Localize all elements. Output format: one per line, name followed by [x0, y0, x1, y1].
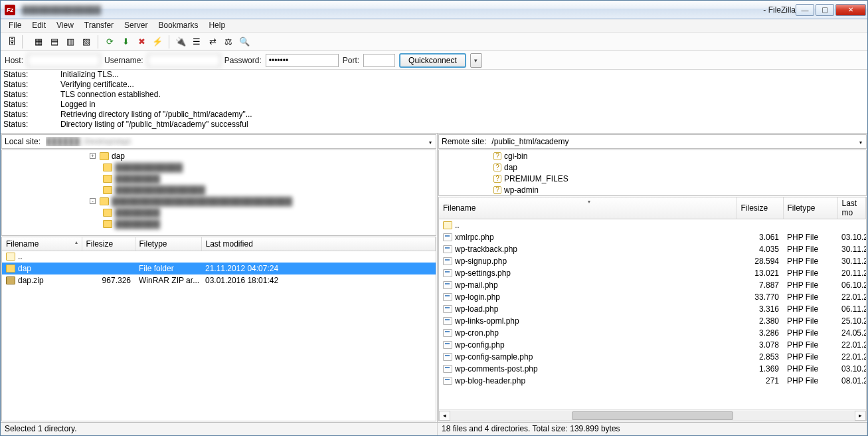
minimize-button[interactable]: —: [796, 4, 814, 16]
menu-bookmarks[interactable]: Bookmarks: [153, 19, 203, 32]
php-icon: [443, 317, 452, 325]
remote-col-filetype[interactable]: Filetype: [783, 197, 837, 219]
hscroll-left-arrow[interactable]: ◂: [439, 411, 450, 421]
local-col-filetype[interactable]: Filetype: [135, 237, 201, 251]
hscroll-thumb[interactable]: [572, 411, 734, 420]
menu-view[interactable]: View: [51, 19, 79, 32]
remote-col-filename[interactable]: Filename: [439, 197, 737, 219]
file-row[interactable]: wp-links-opml.php2.380PHP File25.10.20: [439, 315, 866, 327]
toolbar: 🗄 ▦ ▤ ▥ ▧ ⟳ ⬇ ✖ ⚡ 🔌 ☰ ⇄ ⚖ 🔍: [1, 33, 867, 51]
tree-item[interactable]: PREMIUM_FILES: [439, 173, 866, 184]
local-site-bar: Local site:: [1, 134, 436, 149]
expand-icon[interactable]: +: [90, 153, 96, 159]
close-button[interactable]: [835, 4, 866, 16]
log-key: Status:: [3, 110, 60, 120]
local-col-lastmod[interactable]: Last modified: [201, 237, 436, 251]
php-icon: [443, 257, 452, 265]
tree-item[interactable]: +dap: [2, 150, 436, 162]
file-row[interactable]: wp-trackback.php4.035PHP File30.11.20: [439, 243, 866, 255]
tree-item[interactable]: ████████████: [2, 162, 436, 173]
reconnect-button[interactable]: 🔌: [173, 35, 188, 49]
layout3-button[interactable]: ▥: [63, 35, 78, 49]
file-row[interactable]: wp-settings.php13.021PHP File20.11.20: [439, 267, 866, 279]
sitemanager-button[interactable]: 🗄: [5, 35, 19, 49]
file-row[interactable]: ..: [439, 219, 866, 231]
remote-tree[interactable]: cgi-bindapPREMIUM_FILESwp-admin: [438, 150, 867, 196]
file-row[interactable]: dapFile folder21.11.2012 04:07:24: [2, 263, 436, 274]
sync-button[interactable]: ⚖: [221, 35, 236, 49]
quickconnect-bar: Host: Username: Password: Port: Quickcon…: [1, 51, 867, 70]
file-row[interactable]: wp-blog-header.php271PHP File08.01.20: [439, 375, 866, 387]
username-input[interactable]: [147, 54, 220, 67]
tree-item[interactable]: ████████: [2, 218, 436, 229]
tree-item[interactable]: ████████████████: [2, 184, 436, 195]
local-tree[interactable]: +dap████████████████████████████████████…: [1, 150, 436, 236]
menu-file[interactable]: File: [3, 19, 27, 32]
file-row[interactable]: wp-load.php3.316PHP File06.11.20: [439, 303, 866, 315]
maximize-button[interactable]: ▢: [816, 4, 834, 16]
process-queue-button[interactable]: ⬇: [118, 35, 133, 49]
quickconnect-button[interactable]: Quickconnect: [399, 53, 466, 68]
message-log[interactable]: Status:Initializing TLS...Status:Verifyi…: [1, 70, 867, 134]
find-button[interactable]: 🔍: [237, 35, 252, 49]
tree-item[interactable]: ████████: [2, 207, 436, 218]
tree-item[interactable]: cgi-bin: [439, 150, 866, 162]
local-file-list[interactable]: Filename Filesize Filetype Last modified…: [1, 237, 436, 421]
unknown-folder-icon: [493, 152, 501, 160]
layout4-button[interactable]: ▧: [79, 35, 94, 49]
file-row[interactable]: dap.zip967.326WinRAR ZIP ar...03.01.2016…: [2, 274, 436, 286]
remote-col-lastmod[interactable]: Last mo: [837, 197, 866, 219]
password-input[interactable]: [266, 54, 339, 67]
app-icon: Fz: [5, 5, 15, 15]
file-row[interactable]: wp-comments-post.php1.369PHP File03.10.2…: [439, 363, 866, 375]
hscroll-right-arrow[interactable]: ▸: [855, 411, 866, 421]
refresh-button[interactable]: ⟳: [102, 35, 117, 49]
disconnect-button[interactable]: ⚡: [150, 35, 165, 49]
file-row[interactable]: wp-config-sample.php2.853PHP File22.01.2…: [439, 351, 866, 363]
expand-icon[interactable]: -: [90, 198, 96, 204]
window-title-suffix: - FileZilla: [763, 5, 796, 15]
remote-status: 18 files and 4 directories. Total size: …: [438, 423, 867, 435]
php-icon: [443, 293, 452, 301]
menu-help[interactable]: Help: [203, 19, 230, 32]
tree-item[interactable]: wp-admin: [439, 184, 866, 195]
local-site-input[interactable]: [43, 136, 425, 148]
file-row[interactable]: wp-signup.php28.594PHP File30.11.20: [439, 255, 866, 267]
remote-site-bar: Remote site:: [438, 134, 867, 149]
file-row[interactable]: wp-cron.php3.286PHP File24.05.20: [439, 327, 866, 339]
layout2-button[interactable]: ▤: [47, 35, 62, 49]
file-row[interactable]: ..: [2, 251, 436, 263]
remote-site-input[interactable]: [489, 136, 855, 148]
remote-hscroll[interactable]: ◂ ▸: [439, 409, 866, 421]
file-row[interactable]: wp-config.php3.078PHP File22.01.20: [439, 339, 866, 351]
port-input[interactable]: [363, 54, 395, 67]
php-icon: [443, 377, 452, 385]
file-row[interactable]: wp-login.php33.770PHP File22.01.20: [439, 291, 866, 303]
filter-button[interactable]: ☰: [189, 35, 204, 49]
local-site-dropdown[interactable]: [425, 137, 436, 146]
remote-site-dropdown[interactable]: [855, 137, 866, 146]
file-row[interactable]: xmlrpc.php3.061PHP File03.10.20: [439, 231, 866, 243]
quickconnect-history-dropdown[interactable]: [470, 53, 482, 68]
folder-icon: [103, 164, 112, 171]
log-value: Retrieving directory listing of "/public…: [60, 110, 865, 120]
local-col-filename[interactable]: Filename: [2, 237, 82, 251]
log-value: Initializing TLS...: [60, 70, 865, 80]
menu-edit[interactable]: Edit: [27, 19, 51, 32]
remote-file-list[interactable]: Filename Filesize Filetype Last mo ..xml…: [438, 197, 867, 421]
menu-transfer[interactable]: Transfer: [79, 19, 119, 32]
local-site-label: Local site:: [2, 137, 43, 146]
tree-label: ████████: [115, 219, 160, 229]
layout1-button[interactable]: ▦: [31, 35, 46, 49]
file-row[interactable]: wp-mail.php7.887PHP File06.10.20: [439, 279, 866, 291]
menu-server[interactable]: Server: [119, 19, 153, 32]
tree-item[interactable]: dap: [439, 162, 866, 173]
remote-col-filesize[interactable]: Filesize: [737, 197, 783, 219]
tree-item[interactable]: -████████████████████████████████: [2, 195, 436, 207]
tree-item[interactable]: ████████: [2, 173, 436, 184]
local-col-filesize[interactable]: Filesize: [82, 237, 135, 251]
compare-button[interactable]: ⇄: [205, 35, 220, 49]
cancel-button[interactable]: ✖: [134, 35, 149, 49]
host-input[interactable]: [27, 54, 100, 67]
php-icon: [443, 245, 452, 253]
